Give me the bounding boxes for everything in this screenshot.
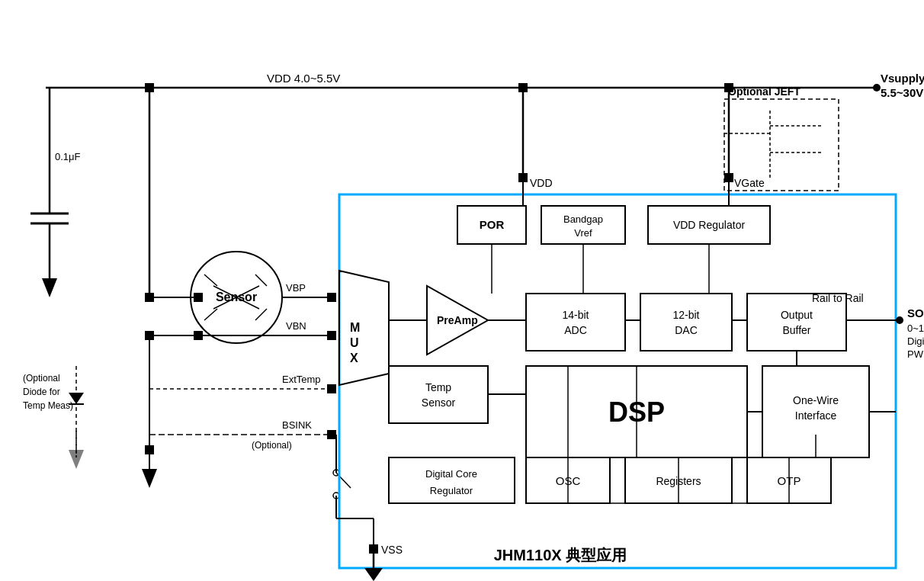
dac-line1: 12-bit (672, 309, 699, 321)
sensor-label: Sensor (216, 290, 257, 303)
por-label: POR (480, 218, 505, 231)
rail-to-rail: Rail to Rail (812, 292, 864, 304)
svg-rect-37 (327, 331, 336, 340)
vdd-label: VDD 4.0~5.5V (267, 72, 340, 85)
vss-label: VSS (381, 544, 403, 556)
svg-rect-88 (369, 544, 378, 554)
bandgap-line1: Bandgap (563, 213, 603, 225)
svg-point-92 (896, 316, 903, 324)
vbp-label: VBP (286, 282, 306, 294)
svg-rect-14 (724, 173, 733, 182)
so-range: 0~1V (907, 323, 924, 334)
vdd-reg-label: VDD Regulator (673, 219, 745, 231)
one-wire-line2: Interface (795, 409, 837, 422)
exttemp-label: ExtTemp (282, 374, 321, 385)
output-buf-line2: Buffer (782, 324, 810, 336)
temp-sensor-line1: Temp (425, 381, 451, 393)
bsink-label: BSINK (282, 419, 312, 431)
vsupply-range: 5.5~30V (881, 86, 923, 99)
dig-core-line1: Digital Core (425, 468, 477, 480)
svg-point-5 (873, 84, 881, 91)
svg-rect-43 (327, 384, 336, 393)
diagram-title: JHM110X 典型应用 (494, 547, 627, 563)
vbn-label: VBN (286, 320, 306, 332)
mux-label: M (350, 321, 360, 334)
cap-label: 0.1μF (55, 151, 81, 162)
optional-jeft-label: Optional JEFT (728, 85, 800, 98)
preamp-label: PreAmp (437, 314, 478, 326)
so-label: SO (907, 307, 924, 319)
vdd-node-label: VDD (530, 177, 553, 189)
temp-sensor-line2: Sensor (422, 396, 456, 409)
svg-rect-31 (194, 293, 203, 302)
vsupply-label: Vsupply (881, 72, 924, 85)
svg-rect-45 (327, 430, 336, 439)
so-pwm: PWM (907, 348, 924, 360)
optional-diode-line2: Diode for (23, 387, 60, 397)
output-buf-line1: Output (781, 309, 813, 321)
adc-line1: 14-bit (562, 309, 589, 321)
one-wire-line1: One-Wire (793, 394, 839, 406)
svg-rect-34 (327, 293, 336, 302)
diagram-container: VDD 4.0~5.5V Vsupply 5.5~30V Optional JE… (0, 0, 924, 581)
svg-rect-12 (518, 173, 528, 182)
so-digital: Digital (907, 335, 924, 347)
bsink-optional: (Optional) (252, 440, 292, 451)
adc-line2: ADC (564, 324, 587, 336)
svg-text:X: X (350, 351, 358, 364)
vgate-label: VGate (734, 177, 765, 189)
optional-diode-line3: Temp Meas) (23, 400, 73, 411)
svg-text:U: U (350, 336, 359, 349)
bandgap-line2: Vref (574, 227, 592, 239)
dac-line2: DAC (675, 324, 698, 336)
dig-core-line2: Regulator (430, 485, 473, 496)
optional-diode-line1: (Optional (23, 373, 60, 384)
